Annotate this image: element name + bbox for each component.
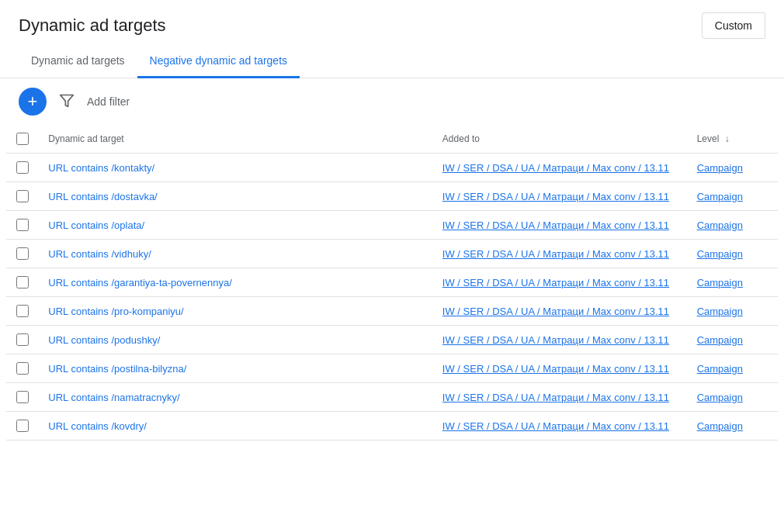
table-row: URL contains /kontakty/IW / SER / DSA / … bbox=[6, 154, 778, 182]
row-checkbox[interactable] bbox=[16, 247, 29, 260]
table-row: URL contains /podushky/IW / SER / DSA / … bbox=[6, 326, 778, 354]
row-added-to: IW / SER / DSA / UA / Матраци / Max conv… bbox=[433, 354, 688, 383]
row-added-to: IW / SER / DSA / UA / Матраци / Max conv… bbox=[433, 297, 688, 326]
row-level: Campaign bbox=[688, 297, 778, 326]
tab-negative-dynamic-ad-targets[interactable]: Negative dynamic ad targets bbox=[137, 45, 300, 78]
select-all-header bbox=[6, 125, 39, 154]
row-checkbox[interactable] bbox=[16, 362, 29, 375]
row-checkbox-cell bbox=[6, 297, 39, 326]
table-row: URL contains /kovdry/IW / SER / DSA / UA… bbox=[6, 412, 778, 440]
table-row: URL contains /oplata/IW / SER / DSA / UA… bbox=[6, 211, 778, 240]
target-link[interactable]: URL contains /podushky/ bbox=[48, 334, 160, 346]
target-link[interactable]: URL contains /postilna-bilyzna/ bbox=[48, 363, 186, 375]
row-checkbox[interactable] bbox=[16, 219, 29, 231]
row-added-to: IW / SER / DSA / UA / Матраци / Max conv… bbox=[433, 268, 688, 297]
row-checkbox-cell bbox=[6, 268, 39, 297]
row-checkbox-cell bbox=[6, 211, 39, 240]
level-link[interactable]: Campaign bbox=[697, 162, 743, 174]
row-checkbox[interactable] bbox=[16, 333, 29, 346]
level-link[interactable]: Campaign bbox=[697, 191, 743, 202]
row-checkbox[interactable] bbox=[16, 420, 29, 432]
svg-marker-0 bbox=[61, 95, 74, 106]
row-level: Campaign bbox=[688, 412, 778, 440]
row-checkbox[interactable] bbox=[16, 161, 29, 174]
level-link[interactable]: Campaign bbox=[697, 248, 743, 260]
target-link[interactable]: URL contains /kovdry/ bbox=[48, 420, 147, 432]
target-link[interactable]: URL contains /oplata/ bbox=[48, 219, 144, 231]
level-link[interactable]: Campaign bbox=[697, 306, 743, 317]
funnel-icon bbox=[59, 93, 75, 111]
level-link[interactable]: Campaign bbox=[697, 334, 743, 346]
target-link[interactable]: URL contains /vidhuky/ bbox=[48, 248, 151, 260]
row-added-to: IW / SER / DSA / UA / Матраци / Max conv… bbox=[433, 383, 688, 412]
level-link[interactable]: Campaign bbox=[697, 392, 743, 403]
row-level: Campaign bbox=[688, 211, 778, 240]
toolbar: + Add filter bbox=[0, 78, 784, 125]
add-button[interactable]: + bbox=[19, 88, 47, 116]
row-added-to: IW / SER / DSA / UA / Матраци / Max conv… bbox=[433, 412, 688, 440]
custom-button[interactable]: Custom bbox=[702, 12, 765, 39]
added-to-link[interactable]: IW / SER / DSA / UA / Матраци / Max conv… bbox=[442, 306, 669, 317]
filter-icon-button[interactable] bbox=[53, 88, 81, 116]
added-to-link[interactable]: IW / SER / DSA / UA / Матраци / Max conv… bbox=[442, 219, 669, 231]
table-row: URL contains /pro-kompaniyu/IW / SER / D… bbox=[6, 297, 778, 326]
row-checkbox-cell bbox=[6, 354, 39, 383]
col-header-target: Dynamic ad target bbox=[39, 125, 433, 154]
sort-arrow-icon: ↓ bbox=[725, 133, 730, 144]
row-checkbox-cell bbox=[6, 154, 39, 182]
page-header: Dynamic ad targets Custom bbox=[0, 0, 784, 45]
row-target: URL contains /namatracnyky/ bbox=[39, 383, 433, 412]
row-checkbox[interactable] bbox=[16, 391, 29, 403]
row-target: URL contains /kovdry/ bbox=[39, 412, 433, 440]
row-target: URL contains /podushky/ bbox=[39, 326, 433, 354]
added-to-link[interactable]: IW / SER / DSA / UA / Матраци / Max conv… bbox=[442, 277, 669, 288]
row-checkbox[interactable] bbox=[16, 305, 29, 317]
row-target: URL contains /postilna-bilyzna/ bbox=[39, 354, 433, 383]
table-row: URL contains /vidhuky/IW / SER / DSA / U… bbox=[6, 240, 778, 268]
row-target: URL contains /vidhuky/ bbox=[39, 240, 433, 268]
level-link[interactable]: Campaign bbox=[697, 363, 743, 375]
row-checkbox-cell bbox=[6, 412, 39, 440]
row-level: Campaign bbox=[688, 354, 778, 383]
added-to-link[interactable]: IW / SER / DSA / UA / Матраци / Max conv… bbox=[442, 392, 669, 403]
tab-dynamic-ad-targets[interactable]: Dynamic ad targets bbox=[19, 45, 137, 78]
row-level: Campaign bbox=[688, 182, 778, 211]
added-to-link[interactable]: IW / SER / DSA / UA / Матраци / Max conv… bbox=[442, 248, 669, 260]
added-to-link[interactable]: IW / SER / DSA / UA / Матраци / Max conv… bbox=[442, 162, 669, 174]
row-target: URL contains /garantiya-ta-povernennya/ bbox=[39, 268, 433, 297]
page-title: Dynamic ad targets bbox=[19, 16, 166, 36]
col-header-level[interactable]: Level ↓ bbox=[688, 125, 778, 154]
row-level: Campaign bbox=[688, 240, 778, 268]
row-checkbox-cell bbox=[6, 383, 39, 412]
row-target: URL contains /dostavka/ bbox=[39, 182, 433, 211]
row-target: URL contains /pro-kompaniyu/ bbox=[39, 297, 433, 326]
row-checkbox[interactable] bbox=[16, 190, 29, 202]
select-all-checkbox[interactable] bbox=[16, 133, 29, 145]
row-added-to: IW / SER / DSA / UA / Матраци / Max conv… bbox=[433, 240, 688, 268]
level-link[interactable]: Campaign bbox=[697, 277, 743, 288]
row-added-to: IW / SER / DSA / UA / Матраци / Max conv… bbox=[433, 154, 688, 182]
target-link[interactable]: URL contains /garantiya-ta-povernennya/ bbox=[48, 277, 232, 288]
table-row: URL contains /garantiya-ta-povernennya/I… bbox=[6, 268, 778, 297]
added-to-link[interactable]: IW / SER / DSA / UA / Матраци / Max conv… bbox=[442, 334, 669, 346]
added-to-link[interactable]: IW / SER / DSA / UA / Матраци / Max conv… bbox=[442, 191, 669, 202]
table-row: URL contains /dostavka/IW / SER / DSA / … bbox=[6, 182, 778, 211]
row-checkbox-cell bbox=[6, 326, 39, 354]
row-target: URL contains /oplata/ bbox=[39, 211, 433, 240]
target-link[interactable]: URL contains /kontakty/ bbox=[48, 162, 154, 174]
level-link[interactable]: Campaign bbox=[697, 219, 743, 231]
table-body: URL contains /kontakty/IW / SER / DSA / … bbox=[6, 154, 778, 440]
col-header-added: Added to bbox=[433, 125, 688, 154]
added-to-link[interactable]: IW / SER / DSA / UA / Матраци / Max conv… bbox=[442, 420, 669, 432]
target-link[interactable]: URL contains /dostavka/ bbox=[48, 191, 157, 202]
add-filter-label: Add filter bbox=[87, 95, 130, 108]
row-checkbox-cell bbox=[6, 240, 39, 268]
level-link[interactable]: Campaign bbox=[697, 420, 743, 432]
target-link[interactable]: URL contains /namatracnyky/ bbox=[48, 392, 179, 403]
row-checkbox[interactable] bbox=[16, 276, 29, 288]
row-added-to: IW / SER / DSA / UA / Матраци / Max conv… bbox=[433, 182, 688, 211]
row-added-to: IW / SER / DSA / UA / Матраци / Max conv… bbox=[433, 326, 688, 354]
target-link[interactable]: URL contains /pro-kompaniyu/ bbox=[48, 306, 183, 317]
added-to-link[interactable]: IW / SER / DSA / UA / Матраци / Max conv… bbox=[442, 363, 669, 375]
row-level: Campaign bbox=[688, 383, 778, 412]
